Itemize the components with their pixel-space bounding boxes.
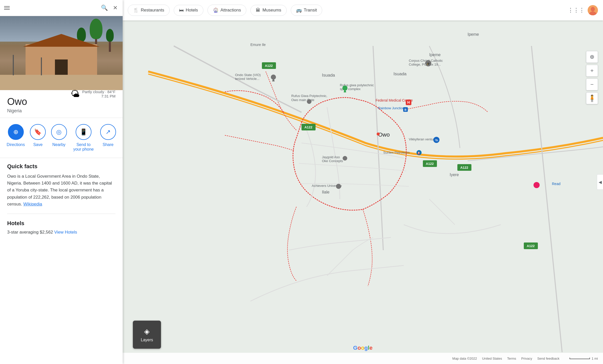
location-text[interactable]: United States [482,357,502,360]
svg-text:Oke Concepts: Oke Concepts [322,159,343,163]
content-sections: Quick facts Owo is a Local Government Ar… [0,158,123,240]
svg-text:H: H [407,100,410,104]
nearby-label: Nearby [52,142,66,147]
svg-text:Emure Ile: Emure Ile [250,43,266,47]
hotels-filter-label: Hotels [186,8,198,13]
svg-text:Rainbow Junction: Rainbow Junction [378,106,404,110]
quick-facts-text: Owo is a Local Government Area in Ondo S… [7,173,115,208]
svg-text:🎓: 🎓 [427,62,430,65]
map-data-text: Map data ©2022 [452,357,477,360]
scale-bar: 1 mi [570,357,598,360]
send-to-phone-button[interactable]: 📱 Send to your phone [72,124,95,152]
transit-label: Transit [304,8,317,13]
layers-button[interactable]: ◈ Layers [133,321,161,349]
weather-description: Partly cloudy · 84°F [82,90,115,94]
svg-point-56 [377,132,380,136]
svg-text:Jaygold Aso: Jaygold Aso [322,155,340,159]
quick-facts-title: Quick facts [7,163,115,170]
transit-icon: 🚌 [296,7,302,13]
weather-icon: 🌤 [71,89,80,99]
filter-chip-attractions[interactable]: 🎡 Attractions [207,5,246,16]
wikipedia-link[interactable]: Wikipedia [23,202,42,207]
svg-text:A122: A122 [460,166,468,169]
collapse-panel-button[interactable]: ◀ [597,174,603,190]
svg-text:Iyere: Iyere [450,173,459,177]
svg-text:A122: A122 [265,64,273,68]
share-icon: ↗ [100,124,116,140]
directions-label: Directions [7,142,25,147]
search-bar: Owo, Nigeria 🔍 ✕ [0,0,123,16]
action-buttons: ⊕ Directions 🔖 Save ◎ Nearby 📱 Send to y… [0,118,123,158]
map-controls: ⊕ + − 🧍 [586,51,598,104]
terms-link[interactable]: Terms [507,357,516,360]
zoom-out-button[interactable]: − [586,79,598,90]
zoom-in-button[interactable]: + [586,65,598,77]
svg-text:A122: A122 [304,125,312,129]
svg-text:Ilale: Ilale [322,190,329,194]
place-photo[interactable] [0,16,123,90]
svg-text:B: B [404,108,407,111]
svg-point-49 [343,156,347,161]
place-info: Owo Nigeria 🌤 Partly cloudy · 84°F 7:31 … [0,90,123,118]
hotels-title: Hotels [7,220,115,227]
share-button[interactable]: ↗ Share [100,124,116,152]
filter-chip-restaurants[interactable]: 🍴 Restaurants [128,5,170,16]
top-right-icons: ⋮⋮⋮ [568,0,603,20]
weather-widget: 🌤 Partly cloudy · 84°F 7:31 PM [71,89,115,99]
map-canvas[interactable]: A122 A122 A122 A122 A122 Ipeme Ipeme Emu… [123,20,603,364]
svg-text:Ondo State (VIO): Ondo State (VIO) [235,73,261,77]
scale-label: 1 mi [592,357,598,360]
filter-chip-transit[interactable]: 🚌 Transit [291,5,322,16]
layers-label: Layers [141,338,153,342]
save-button[interactable]: 🔖 Save [30,124,46,152]
svg-text:Rufus Giwa Polytechnic,: Rufus Giwa Polytechnic, [291,94,327,98]
grid-icon[interactable]: ⋮⋮⋮ [568,7,585,14]
filter-bar: 🍴 Restaurants 🛏 Hotels 🎡 Attractions 🏛 M… [123,0,603,20]
search-button[interactable]: 🔍 [100,4,109,12]
svg-text:Suntex Petroleum: Suntex Petroleum [383,151,410,154]
close-button[interactable]: ✕ [112,4,119,12]
svg-rect-3 [123,20,603,364]
weather-time: 7:31 PM [82,94,115,98]
view-hotels-link[interactable]: View Hotels [54,230,77,235]
svg-text:Vikkyferan venture: Vikkyferan venture [409,137,436,141]
pegman-button[interactable]: 🧍 [586,92,598,104]
map-svg: A122 A122 A122 A122 A122 Ipeme Ipeme Emu… [123,20,603,364]
location-button[interactable]: ⊕ [586,51,598,63]
attractions-icon: 🎡 [213,7,218,13]
send-to-phone-label: Send to your phone [72,142,95,152]
svg-point-42 [307,99,311,104]
svg-text:A122: A122 [426,162,434,166]
svg-point-1 [591,7,595,11]
privacy-link[interactable]: Privacy [521,357,532,360]
save-label: Save [33,142,42,147]
directions-button[interactable]: ⊕ Directions [7,124,25,152]
directions-icon: ⊕ [8,124,24,140]
attractions-label: Attractions [221,8,241,13]
search-input[interactable]: Owo, Nigeria [13,5,97,11]
filter-chip-museums[interactable]: 🏛 Museums [250,5,287,16]
filter-chip-hotels[interactable]: 🛏 Hotels [174,5,203,16]
user-avatar[interactable] [588,5,598,15]
svg-text:Ipeme: Ipeme [429,53,441,57]
scale-line [570,358,590,359]
svg-text:Ipeme: Ipeme [468,32,479,37]
restaurants-label: Restaurants [141,8,164,13]
nearby-button[interactable]: ◎ Nearby [51,124,67,152]
place-country: Nigeria [7,108,27,114]
map-area: 🍴 Restaurants 🛏 Hotels 🎡 Attractions 🏛 M… [123,0,603,364]
search-input-wrap: Owo, Nigeria [13,5,97,11]
restaurants-icon: 🍴 [133,7,139,13]
svg-point-55 [534,182,540,188]
nearby-icon: ◎ [51,124,67,140]
svg-point-52 [336,184,341,189]
svg-text:College, PO Box 19...: College, PO Box 19... [409,63,441,66]
menu-icon[interactable] [4,6,10,10]
museums-icon: 🏛 [256,8,260,13]
share-label: Share [103,142,114,147]
svg-text:A122: A122 [527,244,535,248]
museums-label: Museums [262,8,281,13]
svg-text:Owo: Owo [378,131,390,138]
svg-text:Isuada: Isuada [322,73,335,78]
send-feedback-link[interactable]: Send feedback [537,357,560,360]
